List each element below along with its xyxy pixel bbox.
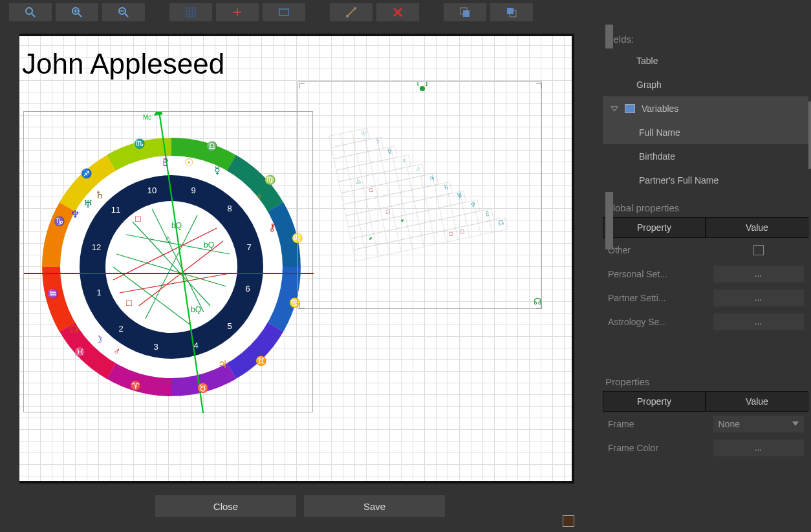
close-button[interactable]: Close	[155, 495, 296, 517]
svg-text:bQ: bQ	[204, 240, 214, 250]
svg-line-7	[125, 14, 128, 17]
svg-text:♅: ♅	[83, 198, 92, 209]
zoom-out-button[interactable]	[102, 3, 145, 21]
svg-text:□: □	[385, 208, 391, 215]
svg-line-101	[405, 156, 424, 247]
props-grid: Property Value Frame None Frame Color ..…	[603, 391, 808, 531]
aspect-grid-frame[interactable]: △ □ □ ✶ □ □ ✶ ☉ ☽ ☿ ♀	[297, 81, 542, 309]
svg-rect-23	[507, 8, 514, 14]
svg-text:7: 7	[246, 242, 251, 252]
chart-title[interactable]: John Appleseed	[22, 48, 224, 80]
natal-chart-svg: 1 2 3 4 5 6 7 8 9 10 11 12	[24, 112, 314, 413]
svg-point-0	[26, 8, 32, 14]
svg-marker-59	[154, 112, 163, 116]
svg-text:9: 9	[191, 186, 195, 195]
svg-rect-9	[186, 8, 195, 17]
back-icon	[506, 6, 517, 18]
x-icon	[393, 7, 403, 17]
svg-rect-89	[343, 182, 452, 216]
prop-row-astrology[interactable]: Astrology Se... ...	[603, 310, 808, 334]
svg-text:♄: ♄	[95, 189, 104, 200]
svg-rect-86	[351, 209, 493, 250]
fields-tree: Table Graph Variables Full Name Birthdat…	[603, 48, 808, 192]
svg-rect-85	[353, 218, 507, 262]
svg-text:Mc: Mc	[143, 114, 151, 121]
prop-row-frame[interactable]: Frame None	[603, 412, 808, 436]
magnifier-icon	[25, 6, 36, 18]
prop-row-personal[interactable]: Personal Set... ...	[603, 262, 808, 286]
svg-text:2: 2	[118, 324, 123, 334]
svg-text:♒: ♒	[47, 288, 59, 299]
frame-combo[interactable]: None	[713, 416, 804, 432]
tools-button[interactable]	[330, 3, 373, 21]
svg-text:⚷: ⚷	[268, 222, 276, 233]
svg-text:♑: ♑	[54, 216, 65, 227]
prop-row-partner[interactable]: Partner Setti... ...	[603, 286, 808, 310]
svg-text:♍: ♍	[265, 175, 276, 186]
bring-front-button[interactable]	[444, 3, 486, 21]
prop-row-frame-color[interactable]: Frame Color ...	[603, 436, 808, 460]
svg-line-98	[363, 129, 389, 254]
save-button[interactable]: Save	[304, 495, 445, 517]
ellipsis-button[interactable]: ...	[713, 266, 804, 282]
design-canvas[interactable]: John Appleseed	[19, 34, 574, 484]
tree-item-variables[interactable]: Variables	[603, 96, 808, 120]
svg-text:12: 12	[92, 242, 101, 252]
global-props-grid: Property Value Other Personal Set... ...…	[603, 217, 808, 366]
ellipsis-button[interactable]: ...	[713, 290, 804, 306]
grid-button[interactable]	[169, 3, 212, 21]
svg-text:♇: ♇	[161, 157, 170, 168]
tree-item-fullname[interactable]: Full Name	[603, 120, 808, 144]
plus-icon	[233, 8, 242, 17]
front-icon	[459, 6, 471, 18]
svg-text:△: △	[355, 177, 361, 184]
global-props-label: Global properties	[603, 196, 808, 217]
ellipsis-button[interactable]: ...	[713, 314, 804, 330]
tree-item-partner-name[interactable]: Partner's Full Name	[603, 168, 808, 192]
delete-button[interactable]	[376, 3, 419, 21]
svg-text:☽: ☽	[373, 138, 380, 147]
zoom-out-icon	[118, 6, 129, 18]
zoom-fit-button[interactable]	[9, 3, 52, 21]
svg-text:♆: ♆	[70, 209, 80, 220]
send-back-button[interactable]	[490, 3, 533, 21]
fields-label: Fields:	[603, 27, 808, 48]
svg-text:□: □	[135, 213, 141, 224]
fields-scrollbar[interactable]	[808, 101, 811, 169]
expand-icon[interactable]	[611, 105, 618, 112]
svg-text:♎: ♎	[206, 141, 218, 152]
tree-item-birthdate[interactable]: Birthdate	[603, 144, 808, 168]
props-header: Property Value	[603, 391, 808, 412]
svg-line-97	[352, 131, 378, 257]
svg-text:♀: ♀	[255, 191, 263, 202]
svg-text:☊: ☊	[534, 296, 541, 306]
frame-button[interactable]	[263, 3, 305, 21]
svg-text:6: 6	[245, 284, 250, 293]
chevron-down-icon	[792, 421, 799, 426]
svg-text:♉: ♉	[197, 383, 209, 394]
svg-text:☉: ☉	[184, 157, 193, 168]
svg-text:♂: ♂	[113, 346, 121, 357]
natal-chart-frame[interactable]: 1 2 3 4 5 6 7 8 9 10 11 12	[23, 111, 313, 412]
svg-text:☊: ☊	[497, 218, 504, 227]
fields-section: Fields: Table Graph Variables Full Name …	[603, 27, 808, 192]
svg-text:♓: ♓	[74, 346, 86, 357]
color-swatch[interactable]	[563, 515, 574, 527]
prop-row-other[interactable]: Other	[603, 238, 808, 262]
svg-text:bQ: bQ	[191, 305, 201, 314]
grid-icon	[186, 7, 196, 17]
tree-item-graph[interactable]: Graph	[603, 72, 808, 96]
checkbox[interactable]	[753, 245, 764, 255]
add-button[interactable]	[216, 3, 259, 21]
ellipsis-button[interactable]: ...	[713, 440, 804, 456]
svg-text:10: 10	[147, 186, 157, 195]
svg-text:1: 1	[96, 288, 101, 297]
frame-icon	[279, 8, 289, 16]
zoom-in-button[interactable]	[56, 3, 98, 21]
svg-rect-18	[346, 15, 349, 17]
svg-text:☽: ☽	[94, 334, 103, 345]
tree-item-table[interactable]: Table	[603, 48, 808, 72]
svg-text:☿: ☿	[214, 165, 221, 176]
right-panel: Fields: Table Graph Variables Full Name …	[601, 25, 811, 532]
svg-text:8: 8	[227, 204, 232, 213]
